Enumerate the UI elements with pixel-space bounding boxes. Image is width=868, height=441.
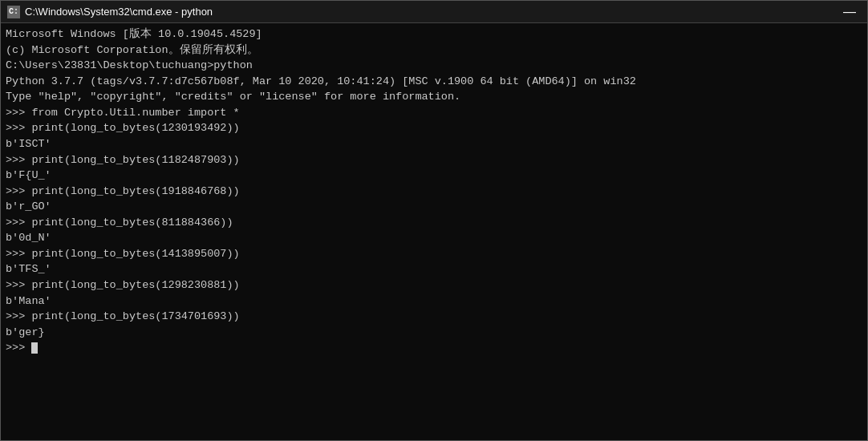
title-bar: C: C:\Windows\System32\cmd.exe - python … <box>1 1 867 23</box>
minimize-button[interactable]: — <box>838 1 861 23</box>
console-line: b'ger} <box>6 325 862 341</box>
window-icon: C: <box>7 6 20 18</box>
console-line: b'F{U_' <box>6 168 862 184</box>
title-bar-text: C:\Windows\System32\cmd.exe - python <box>25 6 838 18</box>
console-line: b'0d_N' <box>6 230 862 246</box>
console-line: b'ISCT' <box>6 136 862 152</box>
console-line: b'Mana' <box>6 293 862 310</box>
console-body[interactable]: Microsoft Windows [版本 10.0.19045.4529](c… <box>1 23 867 440</box>
cmd-window: C: C:\Windows\System32\cmd.exe - python … <box>0 0 868 441</box>
console-line: (c) Microsoft Corporation。保留所有权利。 <box>6 42 862 59</box>
console-line: >>> from Crypto.Util.number import * <box>6 105 862 121</box>
console-line: >>> print(long_to_bytes(1413895007)) <box>6 246 862 262</box>
console-line: C:\Users\23831\Desktop\tuchuang>python <box>6 58 862 74</box>
console-line: >>> <box>6 340 862 356</box>
console-line: >>> print(long_to_bytes(1734701693)) <box>6 309 862 325</box>
console-line: >>> print(long_to_bytes(1182487903)) <box>6 152 862 168</box>
console-line: Python 3.7.7 (tags/v3.7.7:d7c567b08f, Ma… <box>6 74 862 90</box>
console-line: b'TFS_' <box>6 261 862 277</box>
console-line: >>> print(long_to_bytes(1298230881)) <box>6 277 862 293</box>
console-line: Microsoft Windows [版本 10.0.19045.4529] <box>6 26 862 42</box>
console-line: >>> print(long_to_bytes(811884366)) <box>6 215 862 231</box>
cursor-blink <box>31 342 38 354</box>
console-line: b'r_GO' <box>6 199 862 215</box>
console-line: >>> print(long_to_bytes(1230193492)) <box>6 120 862 136</box>
console-line: >>> print(long_to_bytes(1918846768)) <box>6 184 862 200</box>
console-line: Type "help", "copyright", "credits" or "… <box>6 89 862 105</box>
